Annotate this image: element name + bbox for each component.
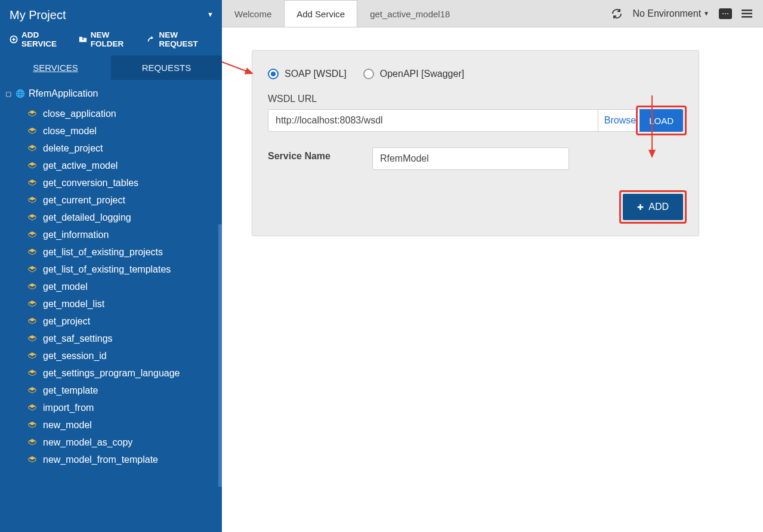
operation-icon [27,299,37,309]
tree-item[interactable]: get_information [24,226,222,243]
environment-dropdown[interactable]: No Environment ▼ [632,8,709,19]
top-tab[interactable]: get_active_model18 [357,0,462,27]
add-button-label: ADD [648,202,669,212]
tree-item[interactable]: get_list_of_existing_templates [24,261,222,278]
operation-icon [27,144,37,153]
new-request-button[interactable]: NEW REQUEST [147,30,212,48]
tree-item-label: get_information [43,230,109,240]
operation-icon [27,369,37,378]
radio-soap[interactable]: SOAP [WSDL] [268,69,347,79]
add-service-label: ADD SERVICE [21,30,70,48]
environment-label: No Environment [632,8,701,19]
top-tabs: WelcomeAdd Serviceget_active_model18 [222,0,462,27]
tree-item-label: get_project [43,316,90,327]
feedback-icon[interactable]: ⋯ [719,8,732,19]
globe-icon [16,89,25,98]
api-type-radio-group: SOAP [WSDL] OpenAPI [Swagger] [268,69,683,79]
service-name-row: Service Name [268,147,683,170]
tree-item[interactable]: get_session_id [24,347,222,364]
refresh-icon[interactable] [611,8,623,20]
radio-soap-label: SOAP [WSDL] [285,69,347,79]
tree-item[interactable]: get_current_project [24,191,222,209]
sidebar-subtabs: SERVICES REQUESTS [0,55,222,80]
wsdl-url-input[interactable] [268,109,598,132]
load-button[interactable]: LOAD [640,109,683,132]
tree-item-label: get_list_of_existing_templates [43,264,171,275]
tree-item[interactable]: get_template [24,382,222,399]
tab-services[interactable]: SERVICES [0,55,111,80]
browse-link[interactable]: Browse [598,109,640,132]
radio-openapi-label: OpenAPI [Swagger] [380,69,464,79]
wsdl-url-row: Browse LOAD [268,109,683,132]
sidebar: My Project ▼ ADD SERVICE NEW FOLDER NEW … [0,0,222,532]
tab-requests[interactable]: REQUESTS [111,55,222,80]
tree-item-label: new_model [43,420,92,431]
wsdl-url-label: WSDL URL [268,94,683,104]
request-icon [147,35,155,44]
main-area: WelcomeAdd Serviceget_active_model18 No … [222,0,763,532]
tree-item-label: get_detailed_logging [43,212,131,223]
tree-item[interactable]: close_application [24,105,222,122]
tree-item[interactable]: get_model_list [24,295,222,313]
operation-icon [27,420,37,430]
operation-icon [27,248,37,257]
tree-item[interactable]: close_model [24,122,222,140]
add-service-panel: SOAP [WSDL] OpenAPI [Swagger] WSDL URL B… [252,50,699,236]
tree-item[interactable]: new_model_from_template [24,451,222,468]
tree-item-label: get_session_id [43,351,107,361]
operation-icon [27,161,37,171]
tree-item[interactable]: get_project [24,313,222,330]
tree-item[interactable]: get_conversion_tables [24,174,222,191]
add-service-button[interactable]: ADD SERVICE [10,30,70,48]
tree-item-label: get_settings_program_language [43,368,180,379]
svg-rect-5 [742,10,752,11]
project-title[interactable]: My Project [10,8,212,22]
tree-item[interactable]: get_settings_program_language [24,364,222,382]
tree-root[interactable]: ▢ RfemApplication [0,85,222,103]
tree-item[interactable]: new_model_as_copy [24,434,222,451]
top-tab[interactable]: Add Service [284,0,357,27]
tree-item[interactable]: get_saf_settings [24,330,222,347]
operation-icon [27,386,37,395]
operation-icon [27,403,37,413]
tree-item-label: get_active_model [43,160,118,171]
plus-circle-icon [10,35,18,44]
new-folder-button[interactable]: NEW FOLDER [79,30,139,48]
svg-line-8 [222,27,252,73]
tree-item[interactable]: get_detailed_logging [24,209,222,226]
sidebar-header: My Project ▼ [0,0,222,28]
operation-icon [27,282,37,292]
tree-item-label: close_model [43,126,97,137]
operation-icon [27,213,37,222]
radio-openapi[interactable]: OpenAPI [Swagger] [363,69,464,79]
svg-rect-6 [742,13,752,14]
tree-item-label: get_list_of_existing_projects [43,247,163,258]
tree-item-label: get_template [43,385,98,396]
add-button[interactable]: ✚ ADD [623,194,683,220]
tree-item-label: get_conversion_tables [43,178,138,188]
service-name-input[interactable] [372,147,569,170]
tree-item-label: get_model [43,282,88,292]
operation-icon [27,178,37,188]
tree-item[interactable]: get_active_model [24,157,222,174]
tree-item-label: new_model_from_template [43,454,158,465]
tree-item[interactable]: delete_project [24,140,222,157]
tree-item-label: get_saf_settings [43,333,113,344]
tree-item[interactable]: import_from [24,399,222,416]
operation-icon [27,230,37,240]
tree-item[interactable]: new_model [24,416,222,434]
tree-item[interactable]: get_list_of_existing_projects [24,243,222,261]
collapse-icon[interactable]: ▢ [5,90,12,98]
tree-item[interactable]: get_model [24,278,222,295]
plus-icon: ✚ [637,203,644,212]
caret-down-icon: ▼ [703,10,709,17]
services-tree: ▢ RfemApplication close_applicationclose… [0,80,222,532]
hamburger-menu-icon[interactable] [742,9,752,18]
svg-rect-7 [742,16,752,18]
sidebar-scrollbar[interactable] [218,224,222,487]
topbar-right: No Environment ▼ ⋯ [611,0,763,27]
operation-icon [27,438,37,447]
top-tab[interactable]: Welcome [222,0,284,27]
operation-icon [27,126,37,136]
project-dropdown-caret-icon[interactable]: ▼ [207,11,214,18]
